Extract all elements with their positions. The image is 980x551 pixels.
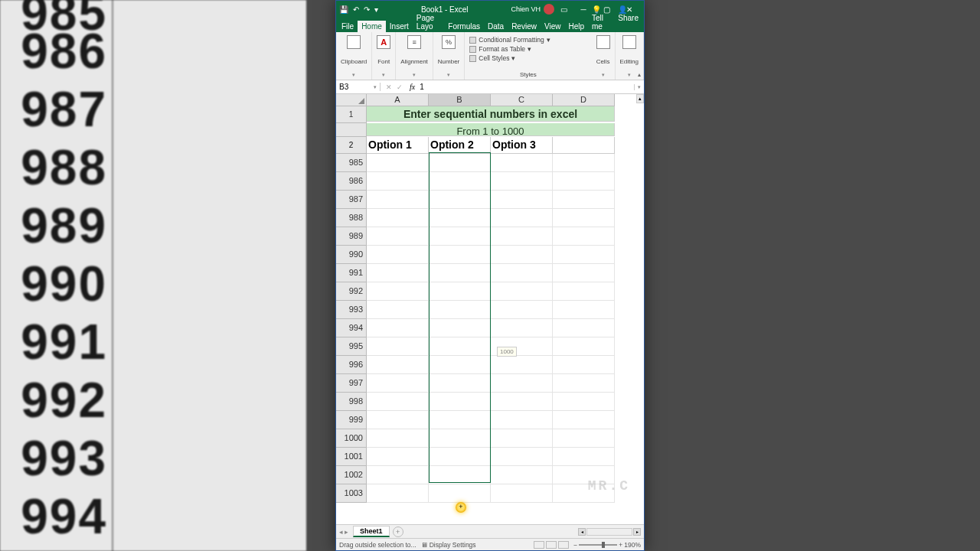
cell[interactable] (367, 374, 429, 393)
cell[interactable] (367, 172, 429, 191)
cell[interactable] (367, 337, 429, 356)
paste-icon[interactable] (347, 35, 361, 49)
row-header[interactable]: 988 (336, 209, 367, 227)
tab-help[interactable]: Help (564, 21, 588, 32)
row-header[interactable]: 992 (336, 282, 367, 301)
cell[interactable] (553, 356, 615, 374)
conditional-formatting-button[interactable]: Conditional Formatting ▾ (469, 35, 586, 44)
redo-icon[interactable]: ↷ (364, 5, 370, 14)
ribbon-options-icon[interactable]: ▭ (560, 5, 567, 14)
user-account[interactable]: Chien VH (511, 4, 554, 15)
sheet-nav-next-icon[interactable]: ▸ (345, 528, 348, 536)
cell[interactable] (367, 429, 429, 448)
cell[interactable] (553, 264, 615, 282)
enter-formula-icon[interactable]: ✓ (394, 83, 405, 91)
row-header[interactable]: 993 (336, 301, 367, 319)
horizontal-scrollbar[interactable]: ◂ ▸ (578, 528, 641, 536)
cell[interactable] (491, 356, 553, 374)
cell[interactable] (553, 301, 615, 319)
cell[interactable] (553, 411, 615, 429)
name-box[interactable]: B3 ▾ (336, 83, 381, 91)
sheet-nav-prev-icon[interactable]: ◂ (339, 528, 343, 536)
col-header-C[interactable]: C (491, 94, 553, 106)
col-header-A[interactable]: A (367, 94, 429, 106)
cell[interactable] (491, 484, 553, 503)
cell[interactable] (491, 264, 553, 282)
cell[interactable] (491, 246, 553, 264)
row-header[interactable]: 998 (336, 393, 367, 411)
row-header[interactable]: 1000 (336, 429, 367, 448)
col-header-D[interactable]: D (553, 94, 615, 106)
display-settings-button[interactable]: 🖥 Display Settings (421, 541, 476, 549)
zoom-in-button[interactable]: + (619, 541, 622, 549)
cell[interactable] (553, 429, 615, 448)
cell[interactable] (367, 282, 429, 301)
hscroll-left[interactable]: ◂ (578, 528, 586, 536)
cell[interactable] (491, 172, 553, 191)
cell[interactable] (367, 448, 429, 466)
cell[interactable] (553, 246, 615, 264)
cell[interactable] (429, 209, 491, 227)
cell-D2[interactable] (553, 137, 615, 154)
tab-page-layout[interactable]: Page Layo (413, 12, 445, 32)
row-header[interactable]: 1003 (336, 484, 367, 503)
formula-input[interactable]: 1 (416, 83, 634, 91)
row-header-1[interactable]: 1 (336, 106, 367, 123)
cell[interactable] (553, 209, 615, 227)
cell[interactable] (367, 319, 429, 337)
scroll-up-button[interactable]: ▴ (636, 94, 644, 103)
view-page-layout-icon[interactable] (546, 541, 557, 549)
cell[interactable] (367, 411, 429, 429)
fx-icon[interactable]: fx (408, 83, 416, 91)
row-header-2[interactable]: 2 (336, 137, 367, 154)
formula-expand-icon[interactable]: ▾ (634, 84, 644, 90)
row-header[interactable]: 989 (336, 227, 367, 246)
tab-data[interactable]: Data (484, 21, 508, 32)
cell[interactable] (429, 246, 491, 264)
cell[interactable] (491, 411, 553, 429)
tab-view[interactable]: View (541, 21, 565, 32)
cell[interactable] (429, 429, 491, 448)
editing-icon[interactable] (622, 35, 636, 49)
cell[interactable] (429, 319, 491, 337)
row-header[interactable]: 997 (336, 374, 367, 393)
cell[interactable] (553, 374, 615, 393)
cell[interactable] (367, 264, 429, 282)
row-header[interactable]: 991 (336, 264, 367, 282)
cell[interactable] (491, 466, 553, 484)
cell-C2[interactable]: Option 3 (491, 137, 553, 154)
cell[interactable] (491, 448, 553, 466)
cells-icon[interactable] (596, 35, 610, 49)
cancel-formula-icon[interactable]: ✕ (384, 83, 394, 91)
cell[interactable] (367, 246, 429, 264)
cell[interactable] (367, 484, 429, 503)
cell[interactable] (491, 319, 553, 337)
cell[interactable] (429, 356, 491, 374)
row-header[interactable]: 987 (336, 191, 367, 209)
subtitle-cell[interactable]: From 1 to 1000 (367, 123, 615, 136)
alignment-icon[interactable]: ≡ (407, 35, 421, 49)
cell-A2[interactable]: Option 1 (367, 137, 429, 154)
sheet-tab-sheet1[interactable]: Sheet1 (353, 526, 390, 537)
cell[interactable] (553, 319, 615, 337)
select-all-corner[interactable] (336, 94, 367, 106)
hscroll-right[interactable]: ▸ (633, 528, 641, 536)
cell[interactable] (429, 227, 491, 246)
zoom-out-button[interactable]: − (573, 541, 577, 549)
cell[interactable] (491, 393, 553, 411)
row-header[interactable]: 1001 (336, 448, 367, 466)
cell[interactable] (491, 154, 553, 172)
row-header[interactable]: 1002 (336, 466, 367, 484)
cell[interactable] (553, 466, 615, 484)
share-button[interactable]: 👤 Share (614, 4, 642, 32)
cell[interactable] (367, 356, 429, 374)
cell[interactable] (553, 154, 615, 172)
row-header[interactable]: 999 (336, 411, 367, 429)
cell[interactable] (429, 448, 491, 466)
collapse-ribbon-icon[interactable]: ▴ (638, 71, 641, 78)
cell[interactable] (429, 466, 491, 484)
cell[interactable] (491, 429, 553, 448)
cell[interactable] (367, 393, 429, 411)
cell[interactable] (491, 227, 553, 246)
undo-icon[interactable]: ↶ (353, 5, 359, 14)
